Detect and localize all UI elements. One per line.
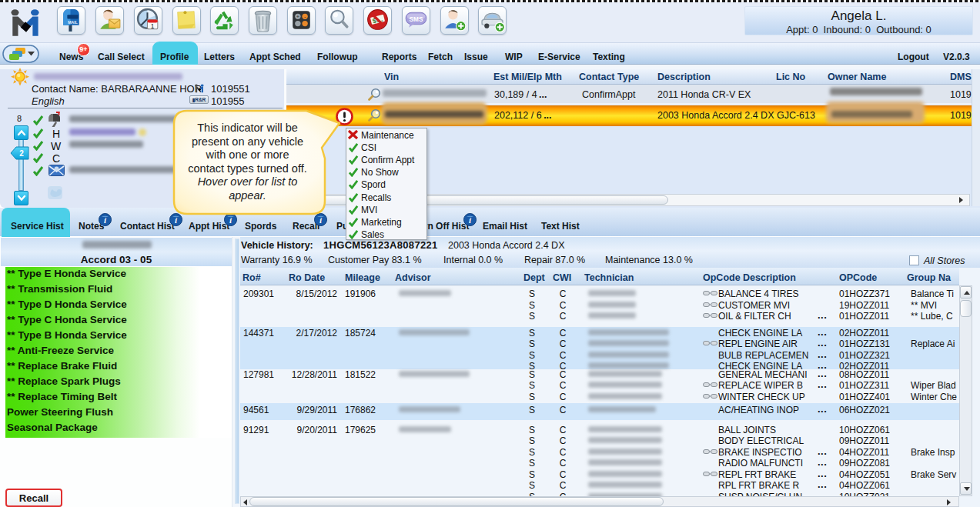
svg-text:2: 2 <box>19 149 24 158</box>
svg-text:MAIL: MAIL <box>68 20 78 25</box>
svg-text:1: 1 <box>151 23 155 30</box>
svg-text:+: + <box>296 13 299 20</box>
svg-text:SMS: SMS <box>410 16 423 23</box>
